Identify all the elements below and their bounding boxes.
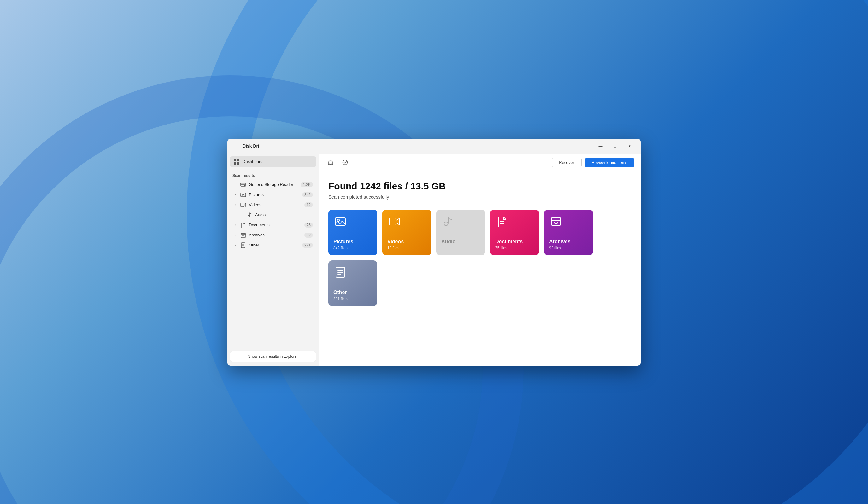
svg-rect-3	[241, 193, 246, 197]
audio-card-icon	[442, 215, 455, 228]
storage-count: 1.2K	[301, 182, 313, 187]
documents-icon	[240, 222, 246, 228]
scan-results-header: Scan results	[227, 170, 319, 180]
pictures-icon	[240, 192, 246, 198]
archives-card-icon	[550, 215, 562, 228]
app-window: Disk Drill — □ ✕ Dashboard Scan results	[227, 139, 641, 366]
audio-card-count: —	[441, 246, 480, 250]
category-cards: Pictures 842 files Videos 12 files	[328, 210, 631, 306]
svg-rect-20	[389, 218, 396, 225]
maximize-button[interactable]: □	[608, 141, 622, 151]
documents-card-icon	[496, 215, 508, 228]
svg-point-17	[343, 160, 348, 165]
storage-name: Generic Storage Reader	[249, 182, 298, 187]
videos-name: Videos	[249, 202, 302, 207]
home-button[interactable]	[325, 157, 336, 168]
svg-rect-26	[555, 222, 557, 223]
other-count: 221	[302, 243, 313, 248]
show-explorer-button[interactable]: Show scan results in Explorer	[230, 351, 316, 362]
archives-chevron: ›	[233, 233, 238, 237]
other-name: Other	[249, 243, 300, 248]
videos-icon	[240, 202, 246, 208]
title-bar: Disk Drill — □ ✕	[227, 139, 641, 154]
storage-icon	[240, 181, 246, 188]
svg-rect-1	[241, 183, 246, 185]
sidebar-items: Generic Storage Reader 1.2K › Pictures	[227, 180, 319, 347]
sidebar-dashboard[interactable]: Dashboard	[230, 156, 316, 167]
pictures-card-icon	[334, 215, 347, 228]
archives-icon	[240, 232, 246, 238]
sidebar-bottom: Show scan results in Explorer	[227, 347, 319, 366]
sidebar-item-audio[interactable]: Audio	[230, 210, 316, 220]
pictures-name: Pictures	[249, 192, 300, 197]
category-card-other[interactable]: Other 221 files	[328, 260, 377, 306]
sidebar-item-archives[interactable]: › Archives 92	[230, 230, 316, 240]
app-title: Disk Drill	[242, 144, 262, 148]
other-card-label: Other	[333, 290, 372, 295]
other-card-count: 221 files	[333, 297, 372, 301]
found-title: Found 1242 files / 13.5 GB	[328, 181, 631, 192]
content-area: Recover Review found items Found 1242 fi…	[319, 154, 641, 366]
svg-rect-18	[335, 218, 345, 225]
hamburger-icon[interactable]	[231, 143, 239, 149]
documents-chevron: ›	[233, 223, 238, 227]
chevron-placeholder	[233, 182, 238, 187]
main-layout: Dashboard Scan results Generic Stora	[227, 154, 641, 366]
videos-card-count: 12 files	[387, 246, 426, 250]
other-chevron: ›	[233, 243, 238, 248]
content-body: Found 1242 files / 13.5 GB Scan complete…	[319, 171, 641, 366]
header-actions: Recover Review found items	[552, 158, 634, 167]
minimize-button[interactable]: —	[593, 141, 608, 151]
content-header: Recover Review found items	[319, 154, 641, 171]
dashboard-label: Dashboard	[242, 159, 263, 164]
sidebar: Dashboard Scan results Generic Stora	[227, 154, 319, 366]
archives-card-count: 92 files	[549, 246, 588, 250]
svg-rect-11	[242, 235, 244, 236]
videos-count: 12	[304, 202, 313, 207]
sidebar-item-pictures[interactable]: › Pictures 842	[230, 190, 316, 200]
svg-rect-24	[551, 218, 561, 225]
category-card-documents[interactable]: Documents 75 files	[490, 210, 539, 255]
svg-point-6	[248, 215, 250, 217]
sidebar-item-documents[interactable]: › Documents 75	[230, 220, 316, 230]
pictures-card-label: Pictures	[333, 239, 372, 244]
svg-point-2	[245, 185, 245, 186]
svg-point-21	[444, 222, 448, 226]
category-card-pictures[interactable]: Pictures 842 files	[328, 210, 377, 255]
title-bar-left: Disk Drill	[231, 143, 262, 149]
svg-rect-5	[241, 203, 244, 207]
documents-count: 75	[304, 222, 313, 228]
audio-icon	[246, 212, 252, 218]
audio-name: Audio	[255, 212, 313, 217]
category-card-archives[interactable]: Archives 92 files	[544, 210, 593, 255]
review-button[interactable]: Review found items	[585, 158, 634, 167]
other-icon	[240, 242, 246, 248]
videos-card-icon	[388, 215, 401, 228]
svg-rect-10	[241, 233, 245, 234]
videos-chevron: ›	[233, 203, 238, 207]
documents-card-label: Documents	[495, 239, 534, 244]
sidebar-item-videos[interactable]: › Videos 12	[230, 200, 316, 210]
videos-card-label: Videos	[387, 239, 426, 244]
documents-name: Documents	[249, 222, 302, 227]
sidebar-item-storage[interactable]: Generic Storage Reader 1.2K	[230, 180, 316, 190]
category-card-videos[interactable]: Videos 12 files	[382, 210, 431, 255]
found-subtitle: Scan completed successfully	[328, 194, 631, 200]
audio-card-label: Audio	[441, 239, 480, 244]
sidebar-item-other[interactable]: › Other 221	[230, 240, 316, 250]
close-button[interactable]: ✕	[622, 141, 637, 151]
svg-rect-9	[241, 233, 245, 238]
category-card-audio: Audio —	[436, 210, 485, 255]
svg-point-19	[338, 219, 340, 221]
pictures-chevron: ›	[233, 192, 238, 197]
pictures-count: 842	[302, 192, 313, 197]
title-bar-controls: — □ ✕	[593, 141, 637, 151]
archives-count: 92	[304, 233, 313, 238]
svg-rect-25	[551, 218, 561, 220]
archives-name: Archives	[249, 233, 302, 237]
other-card-icon	[334, 266, 347, 279]
sidebar-top: Dashboard	[227, 154, 319, 170]
recover-button[interactable]: Recover	[552, 158, 581, 167]
check-button[interactable]	[340, 157, 350, 168]
dashboard-grid-icon	[234, 159, 239, 165]
